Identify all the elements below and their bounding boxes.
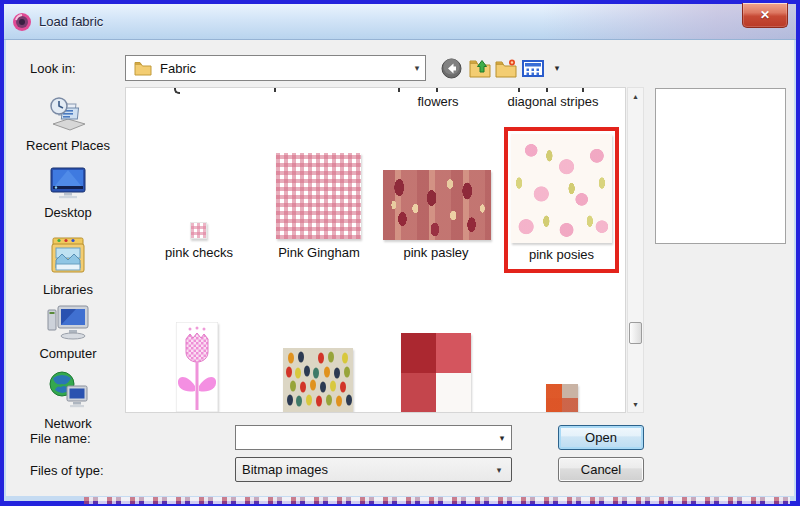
quadrant-mid-red [401, 373, 436, 413]
file-name-label: File name: [30, 431, 91, 446]
file-item-label[interactable]: pink posies [529, 247, 594, 262]
sidebar-item-network[interactable]: Network [12, 370, 124, 431]
file-item-tulip-thumbnail[interactable] [176, 322, 218, 412]
title-bar[interactable]: Load fabric ✕ [4, 4, 796, 40]
scroll-up-icon[interactable]: ▲ [628, 88, 643, 104]
desktop-icon [48, 167, 88, 199]
file-list-scrollbar[interactable]: ▲ ▼ [627, 87, 644, 413]
quadrant-dark-red [401, 333, 436, 373]
file-name-input[interactable] [235, 425, 512, 450]
back-icon [441, 58, 462, 79]
file-item-pink-checks-thumbnail[interactable] [190, 222, 207, 239]
background-fabric-peek [84, 497, 790, 504]
open-button[interactable]: Open [558, 425, 644, 450]
cancel-button[interactable]: Cancel [558, 457, 644, 482]
clipped-label-fragment [518, 88, 520, 92]
new-folder-icon [495, 58, 517, 78]
file-item-dots-thumbnail[interactable] [283, 348, 353, 412]
computer-icon [46, 304, 90, 340]
file-item-label[interactable]: Pink Gingham [278, 245, 360, 260]
sidebar-item-label: Libraries [12, 282, 124, 297]
recent-places-icon [47, 94, 89, 132]
file-item-label[interactable]: pink pasley [403, 245, 468, 260]
view-menu-button[interactable] [520, 56, 546, 80]
quadrant-light-red [436, 333, 471, 373]
sidebar-item-label: Recent Places [12, 138, 124, 153]
new-folder-button[interactable] [494, 56, 518, 80]
file-item-label[interactable]: pink checks [165, 245, 233, 260]
sidebar-item-label: Desktop [12, 205, 124, 220]
files-of-type-label: Files of type: [30, 463, 104, 478]
up-folder-icon [469, 58, 491, 78]
clipped-label-fragment [398, 88, 400, 92]
files-of-type-dropdown[interactable]: Bitmap images ▾ [235, 457, 512, 482]
file-item-pink-gingham-thumbnail[interactable] [276, 153, 361, 239]
file-item-pink-pasley-thumbnail[interactable] [383, 170, 491, 240]
sidebar-item-recent-places[interactable]: Recent Places [12, 94, 124, 153]
close-icon: ✕ [760, 9, 770, 21]
app-logo-icon [12, 12, 32, 32]
file-item-red-quadrants-thumbnail[interactable] [401, 333, 471, 413]
up-one-level-button[interactable] [468, 56, 492, 80]
load-fabric-dialog: Load fabric ✕ Look in: Fabric ▾ [0, 0, 800, 506]
file-item-label-diagonal-stripes[interactable]: diagonal stripes [507, 94, 598, 109]
files-of-type-value: Bitmap images [242, 462, 328, 477]
file-item-label-flowers[interactable]: flowers [417, 94, 458, 109]
folder-icon [134, 61, 152, 76]
close-button[interactable]: ✕ [742, 3, 788, 28]
dialog-client-area: Look in: Fabric ▾ [6, 40, 794, 496]
view-menu-caret[interactable]: ▾ [549, 56, 565, 80]
scroll-down-icon[interactable]: ▼ [628, 396, 643, 412]
file-list[interactable]: flowers diagonal stripes pink checks Pin… [125, 87, 626, 413]
sidebar-item-libraries[interactable]: Libraries [12, 234, 124, 297]
network-icon [47, 370, 89, 410]
scrollbar-thumb[interactable] [629, 322, 642, 344]
back-button[interactable] [439, 56, 463, 80]
view-menu-icon [522, 60, 544, 77]
look-in-value: Fabric [160, 61, 196, 76]
open-button-label: Open [585, 430, 617, 445]
preview-pane [655, 88, 786, 244]
file-name-dropdown-caret[interactable]: ▾ [494, 426, 510, 449]
look-in-label: Look in: [30, 61, 76, 76]
clipped-label-fragment [546, 88, 548, 92]
selected-file-highlight[interactable]: pink posies [504, 127, 619, 273]
sidebar-item-label: Computer [12, 346, 124, 361]
window-title: Load fabric [39, 14, 103, 29]
file-item-pink-posies-thumbnail[interactable] [511, 134, 612, 243]
sidebar-item-label: Network [12, 416, 124, 431]
sidebar-item-desktop[interactable]: Desktop [12, 167, 124, 220]
chevron-down-icon: ▾ [409, 63, 425, 73]
libraries-icon [48, 234, 88, 276]
cancel-button-label: Cancel [581, 462, 621, 477]
clipped-label-fragment [582, 88, 584, 92]
clipped-label-fragment [174, 88, 180, 94]
file-item-small-check-thumbnail[interactable] [546, 384, 578, 412]
chevron-down-icon: ▾ [491, 465, 507, 475]
sidebar-item-computer[interactable]: Computer [12, 304, 124, 361]
clipped-label-fragment [274, 88, 276, 92]
clipped-label-fragment [436, 88, 438, 92]
window-frame: Load fabric ✕ Look in: Fabric ▾ [4, 4, 796, 501]
look-in-dropdown[interactable]: Fabric ▾ [125, 55, 426, 81]
